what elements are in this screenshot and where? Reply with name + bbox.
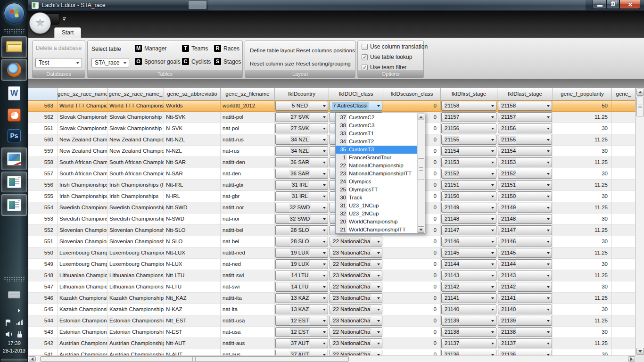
first-stage-dropdown[interactable]: 21157 bbox=[441, 112, 496, 122]
race-name-cell[interactable]: Irish Championships (ITT) bbox=[58, 180, 107, 191]
reset-column-size-button[interactable]: Reset column size bbox=[250, 61, 294, 66]
country-dropdown[interactable]: 5 NED bbox=[275, 101, 328, 111]
first-stage-dropdown[interactable]: 21137 bbox=[441, 338, 496, 348]
last-stage-dropdown[interactable]: 21154 bbox=[498, 146, 552, 156]
last-stage-dropdown[interactable]: 21148 bbox=[498, 214, 552, 224]
uci-class-dropdown[interactable]: 23 NationalCha bbox=[330, 293, 382, 303]
race-name-short-cell[interactable]: Austrian Championships bbox=[107, 349, 164, 355]
grid-cell[interactable]: 21137 bbox=[497, 338, 553, 349]
popup-item[interactable]: 30Track bbox=[336, 194, 417, 202]
race-name-cell[interactable]: Slovak Championships bbox=[58, 112, 107, 123]
popup-scrollbar[interactable] bbox=[417, 113, 425, 233]
column-header-gene_sz_race_name[interactable]: gene_sz_race_name bbox=[58, 88, 107, 100]
popularity-cell[interactable]: 30 bbox=[553, 259, 612, 270]
country-dropdown[interactable]: 28 SLO bbox=[275, 237, 328, 247]
last-stage-dropdown[interactable]: 21137 bbox=[498, 338, 552, 348]
row-number-cell[interactable]: 556 bbox=[28, 180, 58, 191]
race-name-short-cell[interactable]: Swedish Championships bbox=[107, 202, 164, 214]
row-number-cell[interactable]: 545 bbox=[28, 304, 58, 315]
race-name-short-cell[interactable]: World TTT Championships bbox=[107, 100, 164, 112]
abbreviation-cell[interactable]: Ntt-IRL bbox=[164, 180, 221, 191]
filename-cell[interactable]: nat-nor bbox=[221, 214, 275, 225]
grid-cell[interactable]: 21152 bbox=[441, 168, 497, 180]
uci-class-dropdown[interactable]: 22 NationalCha bbox=[330, 327, 382, 337]
horizontal-scrollbar[interactable] bbox=[28, 355, 636, 362]
extra-cell[interactable] bbox=[612, 259, 636, 270]
last-stage-dropdown[interactable]: 21143 bbox=[498, 271, 552, 280]
grid-cell[interactable]: 21139 bbox=[497, 315, 553, 327]
popup-item[interactable]: 23NationalChampionshipITT bbox=[336, 170, 417, 178]
last-stage-dropdown[interactable]: 21136 bbox=[498, 350, 552, 355]
race-name-cell[interactable]: Slovenian Championships bbox=[58, 225, 107, 236]
grid-cell[interactable]: 31 IRL bbox=[275, 180, 329, 191]
grid-cell[interactable]: 36 SAR bbox=[275, 157, 329, 168]
race-name-cell[interactable]: Kazakh Championships bbox=[58, 293, 107, 304]
race-name-short-cell[interactable]: Slovenian Championships bbox=[107, 225, 164, 236]
first-stage-dropdown[interactable]: 21149 bbox=[441, 203, 496, 213]
popup-item[interactable]: 38CustomC3 bbox=[336, 122, 417, 130]
grid-cell[interactable]: 21142 bbox=[497, 281, 553, 293]
popularity-cell[interactable]: 30 bbox=[553, 236, 612, 247]
abbreviation-cell[interactable]: N-SAR bbox=[164, 168, 221, 180]
season-class-cell[interactable]: 0 bbox=[383, 304, 441, 315]
extra-cell[interactable] bbox=[612, 146, 636, 157]
grid-cell[interactable]: 23 NationalCha bbox=[329, 315, 383, 327]
last-stage-dropdown[interactable]: 21140 bbox=[498, 304, 552, 314]
uci-class-dropdown[interactable]: 23 NationalCha bbox=[330, 338, 382, 348]
column-header-fkIDUCI_class[interactable]: fkIDUCI_class bbox=[329, 88, 383, 100]
first-stage-dropdown[interactable]: 21148 bbox=[441, 214, 496, 224]
popularity-cell[interactable]: 30 bbox=[553, 349, 612, 355]
country-dropdown[interactable]: 32 SWD bbox=[275, 203, 328, 213]
row-number-cell[interactable]: 546 bbox=[28, 293, 58, 304]
manager-button[interactable]: M Manager bbox=[135, 45, 166, 52]
season-class-cell[interactable]: 0 bbox=[383, 100, 441, 112]
stages-button[interactable]: S Stages bbox=[214, 58, 241, 65]
popularity-cell[interactable]: 11.25 bbox=[553, 338, 612, 349]
abbreviation-cell[interactable]: Worlds bbox=[164, 100, 221, 112]
grid-cell[interactable]: 31 IRL bbox=[275, 191, 329, 202]
race-name-short-cell[interactable]: Slovenian Championships bbox=[107, 236, 164, 247]
row-number-cell[interactable]: 553 bbox=[28, 214, 58, 225]
taskbar-button-powerpoint[interactable] bbox=[1, 106, 27, 124]
popup-item[interactable]: 21WorldChampionshipITT bbox=[336, 226, 417, 233]
grid-cell[interactable]: 32 SWD bbox=[275, 202, 329, 214]
last-stage-dropdown[interactable]: 21141 bbox=[498, 293, 552, 303]
grid-cell[interactable]: 23 NationalCha bbox=[329, 270, 383, 281]
race-name-cell[interactable]: South African Championships bbox=[58, 157, 107, 168]
grid-cell[interactable]: 21150 bbox=[441, 191, 497, 202]
start-button[interactable] bbox=[4, 3, 25, 24]
grid-cell[interactable]: 27 SVK bbox=[275, 112, 329, 123]
network-signal-icon[interactable] bbox=[17, 320, 23, 325]
taskbar-button-paint[interactable] bbox=[1, 148, 27, 170]
first-stage-dropdown[interactable]: 21146 bbox=[441, 237, 496, 247]
filename-cell[interactable]: nat-bel bbox=[221, 236, 275, 247]
extra-cell[interactable] bbox=[612, 168, 636, 180]
race-name-short-cell[interactable]: Slovak Championship bbox=[107, 112, 164, 123]
country-dropdown[interactable]: 14 LTU bbox=[275, 282, 328, 292]
popularity-cell[interactable]: 30 bbox=[553, 327, 612, 338]
row-number-cell[interactable]: 561 bbox=[28, 123, 58, 134]
extra-cell[interactable] bbox=[612, 247, 636, 259]
extra-cell[interactable] bbox=[612, 191, 636, 202]
grid-cell[interactable]: 14 LTU bbox=[275, 270, 329, 281]
race-name-short-cell[interactable]: Swedish Championships bbox=[107, 214, 164, 225]
popularity-cell[interactable]: 30 bbox=[553, 214, 612, 225]
row-number-cell[interactable]: 548 bbox=[28, 270, 58, 281]
race-name-short-cell[interactable]: Kazakh Championships bbox=[107, 293, 164, 304]
row-number-cell[interactable]: 562 bbox=[28, 112, 58, 123]
grid-cell[interactable]: 23 NationalCha bbox=[329, 293, 383, 304]
popularity-cell[interactable]: 11.25 bbox=[553, 270, 612, 281]
filename-cell[interactable]: natitt-ned bbox=[221, 247, 275, 259]
uci-class-dropdown[interactable]: 23 NationalCha bbox=[330, 248, 382, 258]
grid-cell[interactable]: 21149 bbox=[497, 202, 553, 214]
filename-cell[interactable]: natitt-swi bbox=[221, 270, 275, 281]
grid-cell[interactable]: 21158 bbox=[497, 100, 553, 112]
reset-columns-positions-button[interactable]: Reset columns positions bbox=[296, 48, 355, 53]
grid-cell[interactable]: 34 NZL bbox=[275, 146, 329, 157]
race-name-cell[interactable]: South African Championships bbox=[58, 168, 107, 180]
extra-cell[interactable] bbox=[612, 327, 636, 338]
grid-cell[interactable]: 23 NationalCha bbox=[329, 247, 383, 259]
taskbar-button-firefox[interactable] bbox=[1, 59, 27, 81]
scroll-down-button[interactable] bbox=[636, 348, 644, 355]
first-stage-dropdown[interactable]: 21153 bbox=[441, 157, 496, 167]
